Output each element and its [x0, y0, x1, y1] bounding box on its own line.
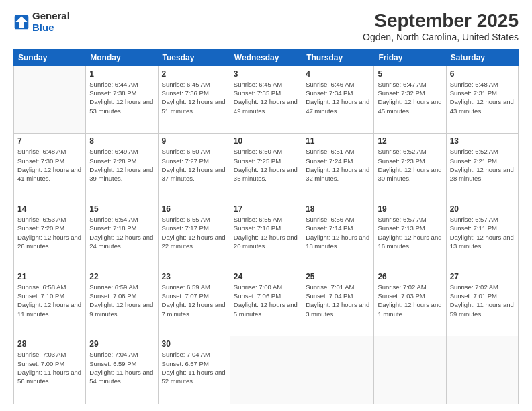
day-details: Sunrise: 6:52 AMSunset: 7:23 PMDaylight:… [378, 147, 442, 183]
day-details: Sunrise: 7:04 AMSunset: 6:57 PMDaylight:… [162, 350, 226, 385]
day-number: 23 [162, 272, 226, 281]
calendar-cell: 13Sunrise: 6:52 AMSunset: 7:21 PMDayligh… [446, 134, 518, 201]
calendar-cell [14, 66, 86, 134]
logo: General Blue [13, 11, 70, 33]
weekday-header-tuesday: Tuesday [158, 49, 230, 66]
calendar-cell: 24Sunrise: 7:00 AMSunset: 7:06 PMDayligh… [230, 269, 302, 336]
calendar-cell: 25Sunrise: 7:01 AMSunset: 7:04 PMDayligh… [302, 269, 374, 336]
logo-icon [13, 14, 30, 30]
calendar-cell: 28Sunrise: 7:03 AMSunset: 7:00 PMDayligh… [14, 336, 86, 404]
calendar-cell: 3Sunrise: 6:45 AMSunset: 7:35 PMDaylight… [230, 66, 302, 134]
day-number: 17 [234, 204, 298, 214]
logo-text: General Blue [32, 11, 70, 33]
weekday-header-sunday: Sunday [14, 49, 86, 66]
calendar-cell: 1Sunrise: 6:44 AMSunset: 7:38 PMDaylight… [86, 66, 158, 134]
day-number: 16 [162, 204, 226, 214]
day-number: 15 [89, 204, 154, 214]
page: General Blue September 2025 Ogden, North… [0, 0, 532, 411]
day-details: Sunrise: 6:59 AMSunset: 7:07 PMDaylight:… [162, 283, 226, 318]
calendar-cell: 21Sunrise: 6:58 AMSunset: 7:10 PMDayligh… [14, 269, 86, 336]
day-number: 30 [162, 339, 226, 349]
logo-blue: Blue [32, 21, 54, 33]
calendar-cell: 23Sunrise: 6:59 AMSunset: 7:07 PMDayligh… [158, 269, 230, 336]
weekday-header-friday: Friday [374, 49, 446, 66]
day-number: 7 [17, 136, 82, 146]
calendar-cell [446, 336, 518, 404]
header: General Blue September 2025 Ogden, North… [13, 11, 519, 42]
day-number: 19 [378, 204, 442, 214]
day-number: 24 [234, 272, 298, 281]
day-number: 28 [17, 339, 82, 349]
day-details: Sunrise: 6:58 AMSunset: 7:10 PMDaylight:… [17, 283, 82, 318]
day-details: Sunrise: 6:49 AMSunset: 7:28 PMDaylight:… [89, 147, 154, 183]
title-block: September 2025 Ogden, North Carolina, Un… [363, 11, 519, 42]
month-title: September 2025 [363, 11, 519, 32]
day-details: Sunrise: 6:45 AMSunset: 7:36 PMDaylight:… [162, 80, 226, 116]
day-number: 29 [89, 339, 154, 349]
weekday-header-thursday: Thursday [302, 49, 374, 66]
calendar-cell: 27Sunrise: 7:02 AMSunset: 7:01 PMDayligh… [446, 269, 518, 336]
day-number: 27 [450, 272, 515, 281]
calendar-cell: 5Sunrise: 6:47 AMSunset: 7:32 PMDaylight… [374, 66, 446, 134]
week-row-4: 21Sunrise: 6:58 AMSunset: 7:10 PMDayligh… [14, 269, 519, 336]
day-details: Sunrise: 6:46 AMSunset: 7:34 PMDaylight:… [306, 80, 370, 116]
calendar-cell: 2Sunrise: 6:45 AMSunset: 7:36 PMDaylight… [158, 66, 230, 134]
calendar-cell: 10Sunrise: 6:50 AMSunset: 7:25 PMDayligh… [230, 134, 302, 201]
calendar-table: SundayMondayTuesdayWednesdayThursdayFrid… [13, 49, 519, 404]
calendar-cell: 17Sunrise: 6:55 AMSunset: 7:16 PMDayligh… [230, 201, 302, 269]
day-details: Sunrise: 6:48 AMSunset: 7:30 PMDaylight:… [17, 147, 82, 183]
day-details: Sunrise: 6:53 AMSunset: 7:20 PMDaylight:… [17, 215, 82, 250]
day-details: Sunrise: 6:55 AMSunset: 7:17 PMDaylight:… [162, 215, 226, 250]
calendar-cell: 19Sunrise: 6:57 AMSunset: 7:13 PMDayligh… [374, 201, 446, 269]
calendar-cell: 26Sunrise: 7:02 AMSunset: 7:03 PMDayligh… [374, 269, 446, 336]
calendar-cell [302, 336, 374, 404]
day-number: 26 [378, 272, 442, 281]
day-details: Sunrise: 7:01 AMSunset: 7:04 PMDaylight:… [306, 283, 370, 318]
calendar-cell: 20Sunrise: 6:57 AMSunset: 7:11 PMDayligh… [446, 201, 518, 269]
day-number: 9 [162, 136, 226, 146]
day-details: Sunrise: 6:47 AMSunset: 7:32 PMDaylight:… [378, 80, 442, 116]
day-details: Sunrise: 6:56 AMSunset: 7:14 PMDaylight:… [306, 215, 370, 250]
day-number: 25 [306, 272, 370, 281]
weekday-header-row: SundayMondayTuesdayWednesdayThursdayFrid… [14, 49, 519, 66]
calendar-cell: 18Sunrise: 6:56 AMSunset: 7:14 PMDayligh… [302, 201, 374, 269]
day-details: Sunrise: 7:02 AMSunset: 7:03 PMDaylight:… [378, 283, 442, 318]
location-title: Ogden, North Carolina, United States [363, 32, 519, 42]
calendar-cell: 29Sunrise: 7:04 AMSunset: 6:59 PMDayligh… [86, 336, 158, 404]
calendar-cell [374, 336, 446, 404]
day-details: Sunrise: 7:00 AMSunset: 7:06 PMDaylight:… [234, 283, 298, 318]
day-number: 22 [89, 272, 154, 281]
day-details: Sunrise: 6:51 AMSunset: 7:24 PMDaylight:… [306, 147, 370, 183]
week-row-2: 7Sunrise: 6:48 AMSunset: 7:30 PMDaylight… [14, 134, 519, 201]
weekday-header-wednesday: Wednesday [230, 49, 302, 66]
day-number: 14 [17, 204, 82, 214]
calendar-cell: 14Sunrise: 6:53 AMSunset: 7:20 PMDayligh… [14, 201, 86, 269]
day-number: 20 [450, 204, 515, 214]
day-number: 10 [234, 136, 298, 146]
logo-general: General [32, 10, 70, 21]
day-details: Sunrise: 7:02 AMSunset: 7:01 PMDaylight:… [450, 283, 515, 318]
day-details: Sunrise: 6:55 AMSunset: 7:16 PMDaylight:… [234, 215, 298, 250]
calendar-cell: 16Sunrise: 6:55 AMSunset: 7:17 PMDayligh… [158, 201, 230, 269]
day-details: Sunrise: 7:03 AMSunset: 7:00 PMDaylight:… [17, 350, 82, 385]
calendar-cell [230, 336, 302, 404]
calendar-cell: 7Sunrise: 6:48 AMSunset: 7:30 PMDaylight… [14, 134, 86, 201]
day-details: Sunrise: 6:48 AMSunset: 7:31 PMDaylight:… [450, 80, 515, 116]
day-details: Sunrise: 6:52 AMSunset: 7:21 PMDaylight:… [450, 147, 515, 183]
day-details: Sunrise: 7:04 AMSunset: 6:59 PMDaylight:… [89, 350, 154, 385]
day-number: 12 [378, 136, 442, 146]
day-details: Sunrise: 6:59 AMSunset: 7:08 PMDaylight:… [89, 283, 154, 318]
day-details: Sunrise: 6:57 AMSunset: 7:13 PMDaylight:… [378, 215, 442, 250]
day-details: Sunrise: 6:44 AMSunset: 7:38 PMDaylight:… [89, 80, 154, 116]
day-number: 18 [306, 204, 370, 214]
day-number: 4 [306, 69, 370, 79]
calendar-cell: 15Sunrise: 6:54 AMSunset: 7:18 PMDayligh… [86, 201, 158, 269]
day-number: 21 [17, 272, 82, 281]
calendar-cell: 30Sunrise: 7:04 AMSunset: 6:57 PMDayligh… [158, 336, 230, 404]
day-details: Sunrise: 6:45 AMSunset: 7:35 PMDaylight:… [234, 80, 298, 116]
week-row-1: 1Sunrise: 6:44 AMSunset: 7:38 PMDaylight… [14, 66, 519, 134]
weekday-header-monday: Monday [86, 49, 158, 66]
day-number: 5 [378, 69, 442, 79]
day-details: Sunrise: 6:50 AMSunset: 7:25 PMDaylight:… [234, 147, 298, 183]
day-number: 8 [89, 136, 154, 146]
